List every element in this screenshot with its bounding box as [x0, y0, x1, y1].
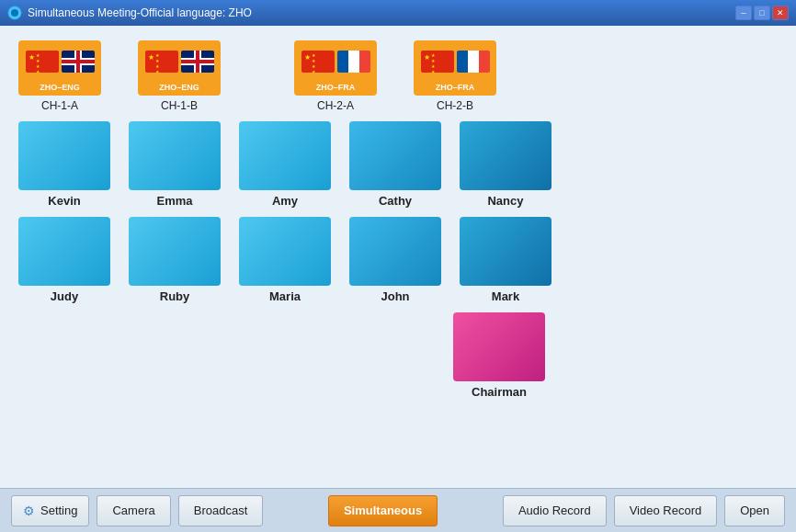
ch1b-name: CH-1-B: [161, 99, 198, 112]
camera-button[interactable]: Camera: [97, 495, 170, 526]
amy-box[interactable]: [239, 121, 331, 190]
participant-kevin[interactable]: Kevin: [18, 121, 110, 208]
ch1a-flag-label: ZHO–ENG: [18, 83, 101, 92]
gb-flag-ch1b: [181, 51, 214, 73]
channel-ch2b[interactable]: ★ ★★★★ ZHO–FRA CH-2-B: [414, 40, 496, 112]
ch2a-flag-label: ZHO–FRA: [294, 83, 377, 92]
maria-box[interactable]: [239, 217, 331, 286]
simultaneous-button[interactable]: Simultaneous: [328, 495, 438, 526]
minimize-button[interactable]: –: [735, 6, 752, 20]
ch2b-flag-label: ZHO–FRA: [414, 83, 496, 92]
nancy-name: Nancy: [487, 194, 523, 208]
chairman-box[interactable]: [453, 312, 545, 381]
amy-name: Amy: [272, 194, 298, 208]
fr-flag-ch2b: [457, 51, 490, 73]
participant-emma[interactable]: Emma: [129, 121, 221, 208]
participant-nancy[interactable]: Nancy: [460, 121, 552, 208]
ch2b-flags: ★ ★★★★: [421, 51, 490, 85]
ch1b-flags: ★ ★★★★: [145, 51, 214, 85]
participant-ruby[interactable]: Ruby: [129, 217, 221, 303]
fr-red-2b: [479, 51, 490, 73]
ruby-box[interactable]: [129, 217, 221, 286]
gb-vr2: [196, 51, 199, 73]
title-bar: Simultaneous Meeting-Official language: …: [0, 0, 796, 26]
participants-row-2: Judy Ruby Maria John Mark: [18, 217, 778, 303]
john-name: John: [381, 289, 409, 303]
fr-blue: [337, 51, 348, 73]
ch1b-flag-label: ZHO–ENG: [138, 83, 221, 92]
ruby-name: Ruby: [160, 289, 190, 303]
cn-stars-small-b: ★★★★: [155, 52, 159, 73]
channel-ch2a[interactable]: ★ ★★★★ ZHO–FRA CH-2-A: [294, 40, 377, 112]
main-content: ★ ★★★★ ZHO–ENG CH-1-A: [0, 26, 796, 488]
cn-flag-ch2b: ★ ★★★★: [421, 51, 454, 73]
ch1a-name: CH-1-A: [41, 99, 78, 112]
cn-star-2a: ★: [304, 53, 311, 62]
judy-box[interactable]: [18, 217, 110, 286]
ch2a-flags: ★ ★★★★: [301, 51, 370, 85]
simultaneous-label: Simultaneous: [344, 504, 422, 517]
channels-section: ★ ★★★★ ZHO–ENG CH-1-A: [18, 40, 778, 112]
gb-flag-ch1a: [62, 51, 95, 73]
toolbar: ⚙ Setting Camera Broadcast Simultaneous …: [0, 488, 796, 532]
channel-ch1b-box[interactable]: ★ ★★★★ ZHO–ENG: [138, 40, 221, 96]
participant-john[interactable]: John: [349, 217, 441, 303]
video-record-button[interactable]: Video Record: [614, 495, 718, 526]
cathy-name: Cathy: [379, 194, 412, 208]
fr-flag-ch2a: [337, 51, 370, 73]
mark-box[interactable]: [460, 217, 552, 286]
gb-cross-v-red: [76, 51, 80, 73]
channel-ch2b-box[interactable]: ★ ★★★★ ZHO–FRA: [414, 40, 496, 96]
judy-name: Judy: [51, 289, 78, 303]
fr-white-2b: [468, 51, 479, 73]
fr-red: [359, 51, 370, 73]
channel-ch1a[interactable]: ★ ★★★★ ZHO–ENG CH-1-A: [18, 40, 101, 112]
cathy-box[interactable]: [349, 121, 441, 190]
ch2a-name: CH-2-A: [317, 99, 354, 112]
participant-chairman[interactable]: Chairman: [453, 312, 545, 399]
camera-label: Camera: [112, 504, 154, 517]
setting-button[interactable]: ⚙ Setting: [11, 495, 89, 526]
channel-ch1a-box[interactable]: ★ ★★★★ ZHO–ENG: [18, 40, 101, 96]
cn-flag-ch1a: ★ ★★★★: [26, 51, 59, 73]
setting-label: Setting: [40, 504, 77, 517]
maximize-button[interactable]: □: [754, 6, 770, 20]
emma-name: Emma: [156, 194, 192, 208]
participant-cathy[interactable]: Cathy: [349, 121, 441, 208]
channel-ch2a-box[interactable]: ★ ★★★★ ZHO–FRA: [294, 40, 377, 96]
close-button[interactable]: ✕: [772, 6, 789, 20]
cn-star-2b: ★: [424, 53, 430, 62]
chairman-row: Chairman: [221, 312, 778, 399]
cn-stars-small-2a: ★★★★: [312, 52, 315, 73]
cn-star-main-b: ★: [148, 53, 154, 62]
gear-icon: ⚙: [23, 504, 35, 518]
svg-point-1: [11, 9, 18, 17]
channel-ch1b[interactable]: ★ ★★★★ ZHO–ENG CH-1-B: [138, 40, 221, 112]
broadcast-label: Broadcast: [194, 504, 248, 517]
video-record-label: Video Record: [630, 504, 702, 517]
open-label: Open: [740, 504, 769, 517]
mark-name: Mark: [492, 289, 519, 303]
john-box[interactable]: [349, 217, 441, 286]
audio-record-button[interactable]: Audio Record: [503, 495, 607, 526]
cn-stars-small: ★★★★: [36, 52, 40, 73]
fr-blue-2b: [457, 51, 468, 73]
cn-stars-small-2b: ★★★★: [431, 52, 435, 73]
kevin-name: Kevin: [48, 194, 80, 208]
audio-record-label: Audio Record: [518, 504, 591, 517]
participant-maria[interactable]: Maria: [239, 217, 331, 303]
participant-mark[interactable]: Mark: [460, 217, 552, 303]
app-icon: [7, 6, 22, 20]
participant-amy[interactable]: Amy: [239, 121, 331, 208]
fr-white: [348, 51, 359, 73]
emma-box[interactable]: [129, 121, 221, 190]
cn-star-main: ★: [28, 53, 35, 62]
broadcast-button[interactable]: Broadcast: [178, 495, 264, 526]
ch1a-flags: ★ ★★★★: [26, 51, 95, 85]
participants-row-1: Kevin Emma Amy Cathy Nancy: [18, 121, 778, 208]
participant-judy[interactable]: Judy: [18, 217, 110, 303]
open-button[interactable]: Open: [724, 495, 785, 526]
nancy-box[interactable]: [460, 121, 552, 190]
chairman-name: Chairman: [472, 385, 527, 399]
kevin-box[interactable]: [18, 121, 110, 190]
